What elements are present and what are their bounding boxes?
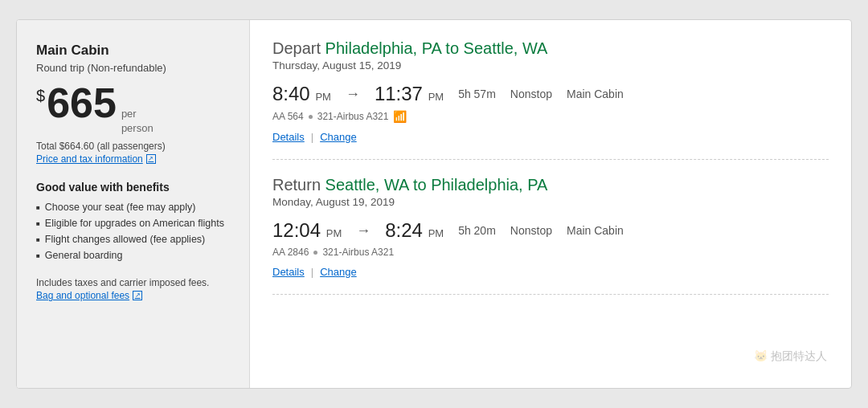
watermark: 🐱 抱团特达人 — [754, 349, 827, 364]
return-nonstop: Nonstop — [510, 224, 552, 237]
benefit-item: Flight changes allowed (fee applies) — [36, 234, 230, 245]
depart-date: Thursday, August 15, 2019 — [272, 59, 829, 71]
depart-times-row: 8:40 PM → 11:37 PM 5h 57m Nonstop Main C… — [272, 83, 829, 105]
arrow-icon: → — [346, 86, 360, 103]
return-flight-info: AA 2846 321-Airbus A321 — [272, 247, 829, 258]
external-link-icon: ↗ — [133, 291, 142, 300]
return-arrow-icon: → — [356, 222, 371, 239]
return-cabin-label: Main Cabin — [567, 224, 624, 237]
depart-change-link[interactable]: Change — [320, 131, 357, 143]
return-details-link[interactable]: Details — [272, 266, 305, 278]
benefit-item: Eligible for upgrades on American flight… — [36, 218, 230, 229]
return-arrive-time: 8:24 PM — [385, 219, 444, 242]
trip-type: Round trip (Non-refundable) — [36, 62, 230, 74]
return-duration: 5h 20m — [458, 224, 496, 237]
return-times-row: 12:04 PM → 8:24 PM 5h 20m Nonstop Main C… — [272, 219, 829, 242]
depart-nonstop: Nonstop — [510, 88, 552, 100]
includes-text: Includes taxes and carrier imposed fees. — [36, 277, 230, 288]
benefit-item: General boarding — [36, 250, 230, 261]
benefit-item: Choose your seat (fee may apply) — [36, 202, 230, 213]
price-amount: 665 — [47, 82, 117, 124]
cabin-title: Main Cabin — [36, 43, 230, 59]
total-price: Total $664.60 (all passengers) — [36, 141, 230, 152]
separator-dot — [313, 251, 317, 255]
pricing-panel: Main Cabin Round trip (Non-refundable) $… — [17, 20, 250, 388]
depart-action-links: Details | Change — [272, 131, 829, 143]
price-per-person: perperson — [121, 107, 154, 136]
external-link-icon: ↗ — [146, 154, 156, 164]
flights-panel: Depart Philadelphia, PA to Seattle, WA T… — [250, 20, 851, 388]
depart-cabin-label: Main Cabin — [567, 88, 624, 100]
depart-flight-info: AA 564 321-Airbus A321 📶 — [272, 110, 829, 123]
separator-dot — [309, 115, 313, 119]
flight-card: Main Cabin Round trip (Non-refundable) $… — [16, 19, 852, 389]
return-route-title: Return Seattle, WA to Philadelphia, PA — [272, 176, 829, 194]
good-value-title: Good value with benefits — [36, 181, 230, 194]
arrive-time: 11:37 PM — [375, 83, 444, 105]
benefit-list: Choose your seat (fee may apply) Eligibl… — [36, 202, 230, 261]
price-dollar-sign: $ — [36, 87, 45, 105]
depart-time: 8:40 PM — [272, 83, 331, 105]
wifi-icon: 📶 — [393, 110, 407, 123]
bag-fees-link[interactable]: Bag and optional fees ↗ — [36, 290, 230, 301]
return-change-link[interactable]: Change — [320, 266, 357, 278]
return-date: Monday, August 19, 2019 — [272, 196, 829, 208]
depart-section: Depart Philadelphia, PA to Seattle, WA T… — [272, 39, 829, 160]
return-action-links: Details | Change — [272, 266, 829, 278]
return-section: Return Seattle, WA to Philadelphia, PA M… — [272, 176, 829, 295]
price-tax-link[interactable]: Price and tax information ↗ — [36, 153, 230, 165]
depart-duration: 5h 57m — [458, 88, 496, 100]
return-depart-time: 12:04 PM — [272, 219, 342, 242]
depart-details-link[interactable]: Details — [272, 131, 305, 143]
depart-route-title: Depart Philadelphia, PA to Seattle, WA — [272, 39, 829, 58]
price-row: $ 665 perperson — [36, 82, 230, 136]
